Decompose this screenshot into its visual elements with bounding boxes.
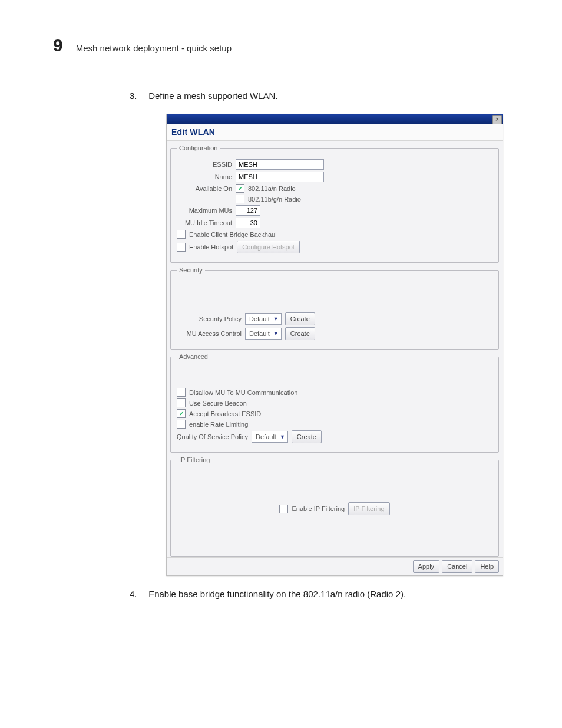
mu-access-control-label: MU Access Control: [177, 330, 242, 337]
step-text: Define a mesh supported WLAN.: [148, 91, 277, 101]
enable-backhaul-checkbox[interactable]: [177, 230, 186, 239]
security-policy-label: Security Policy: [177, 315, 242, 322]
step-4: 4. Enable base bridge functionality on t…: [130, 589, 533, 599]
security-legend: Security: [177, 266, 205, 274]
window-title: Edit WLAN: [167, 124, 503, 141]
qos-policy-select[interactable]: Default ▼: [252, 431, 288, 443]
enable-backhaul-label: Enable Client Bridge Backhaul: [189, 231, 277, 238]
accept-broadcast-essid-label: Accept Broadcast ESSID: [189, 410, 261, 417]
qos-policy-label: Quality Of Service Policy: [177, 433, 248, 440]
enable-hotspot-label: Enable Hotspot: [189, 243, 233, 251]
page-header: 9 Mesh network deployment - quick setup: [53, 35, 533, 55]
mu-access-control-create-button[interactable]: Create: [285, 327, 315, 340]
radio-a-label: 802.11a/n Radio: [248, 185, 296, 192]
window-footer: Apply Cancel Help: [167, 557, 503, 575]
essid-field[interactable]: [236, 159, 324, 170]
accept-broadcast-essid-checkbox[interactable]: [177, 409, 186, 418]
security-policy-select[interactable]: Default ▼: [245, 313, 282, 325]
ip-filtering-group: IP Filtering Enable IP Filtering IP Filt…: [170, 456, 499, 557]
cancel-button[interactable]: Cancel: [442, 560, 472, 573]
radio-bgn-label: 802.11b/g/n Radio: [248, 196, 301, 203]
titlebar: ×: [167, 114, 503, 124]
mu-access-control-select[interactable]: Default ▼: [245, 328, 282, 340]
available-on-label: Available On: [177, 185, 232, 192]
idle-timeout-field[interactable]: [236, 218, 260, 228]
disallow-mu-label: Disallow MU To MU Commmunication: [189, 389, 297, 396]
radio-bgn-checkbox[interactable]: [236, 195, 244, 203]
advanced-legend: Advanced: [177, 353, 210, 360]
section-number: 9: [53, 35, 63, 55]
secure-beacon-label: Use Secure Beacon: [189, 400, 247, 407]
edit-wlan-window: × Edit WLAN Configuration ESSID Name Ava…: [166, 114, 503, 576]
security-policy-create-button[interactable]: Create: [285, 312, 315, 325]
idle-timeout-label: MU Idle Timeout: [177, 219, 232, 226]
configuration-group: Configuration ESSID Name Available On 80…: [170, 144, 499, 263]
ip-filtering-legend: IP Filtering: [177, 456, 212, 463]
secure-beacon-checkbox[interactable]: [177, 398, 186, 407]
configure-hotspot-button[interactable]: Configure Hotspot: [237, 241, 300, 253]
enable-ip-filtering-label: Enable IP Filtering: [292, 505, 345, 512]
max-mus-label: Maximum MUs: [177, 207, 232, 214]
chevron-down-icon: ▼: [273, 316, 279, 322]
chevron-down-icon: ▼: [280, 434, 285, 440]
name-label: Name: [177, 173, 232, 180]
section-title: Mesh network deployment - quick setup: [76, 43, 232, 53]
help-button[interactable]: Help: [475, 560, 499, 573]
enable-hotspot-checkbox[interactable]: [177, 243, 186, 252]
ip-filtering-button[interactable]: IP Filtering: [348, 502, 389, 515]
radio-a-checkbox[interactable]: [236, 184, 244, 193]
qos-create-button[interactable]: Create: [292, 430, 322, 443]
rate-limiting-checkbox[interactable]: [177, 420, 186, 429]
name-field[interactable]: [236, 172, 324, 182]
step-number: 3.: [130, 91, 146, 101]
step-text: Enable base bridge functionality on the …: [148, 589, 406, 599]
advanced-group: Advanced Disallow MU To MU Commmunicatio…: [170, 353, 499, 453]
step-3: 3. Define a mesh supported WLAN.: [130, 91, 533, 101]
apply-button[interactable]: Apply: [413, 560, 440, 573]
enable-ip-filtering-checkbox[interactable]: [279, 505, 288, 513]
max-mus-field[interactable]: [236, 205, 260, 216]
essid-label: ESSID: [177, 161, 232, 168]
step-number: 4.: [130, 589, 146, 599]
disallow-mu-checkbox[interactable]: [177, 388, 186, 397]
rate-limiting-label: enable Rate Limiting: [189, 421, 248, 428]
close-icon[interactable]: ×: [492, 115, 502, 124]
security-group: Security Security Policy Default ▼ Creat…: [170, 266, 499, 350]
configuration-legend: Configuration: [177, 144, 220, 151]
chevron-down-icon: ▼: [273, 331, 279, 337]
